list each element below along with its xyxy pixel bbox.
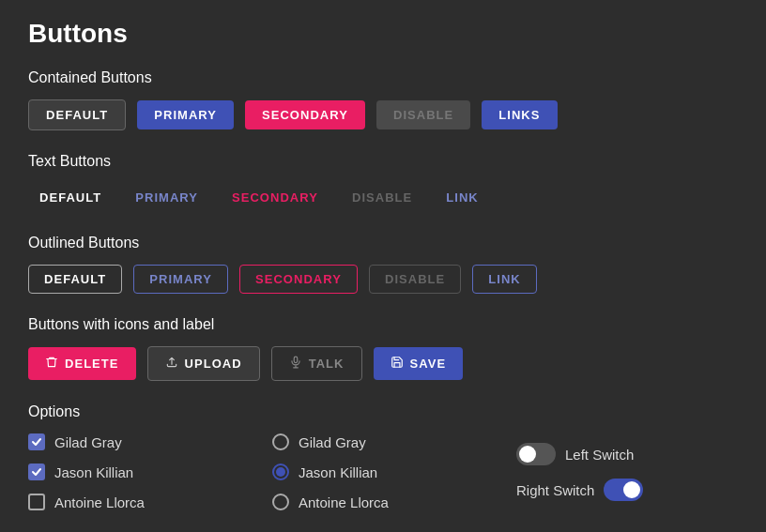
outlined-buttons-title: Outlined Buttons: [28, 235, 738, 251]
text-buttons-title: Text Buttons: [28, 153, 738, 170]
radio-2[interactable]: [272, 494, 289, 510]
outlined-primary-button[interactable]: PRIMARY: [133, 265, 228, 294]
radio-0[interactable]: [272, 433, 289, 450]
text-primary-button[interactable]: PRIMARY: [124, 183, 209, 212]
icon-buttons-title: Buttons with icons and label: [28, 316, 738, 333]
text-link-button[interactable]: LINK: [435, 183, 490, 212]
left-switch-thumb: [519, 446, 536, 463]
checkbox-2[interactable]: [28, 494, 45, 510]
outlined-buttons-row: DEFAULT PRIMARY SECONDARY DISABLE LINK: [28, 265, 738, 294]
checkboxes-column: Gilad Gray Jason Killian Antoine Llorca: [28, 433, 272, 510]
outlined-disable-button: DISABLE: [369, 265, 461, 294]
checkbox-label-0: Gilad Gray: [54, 434, 122, 450]
right-switch-thumb: [623, 481, 640, 498]
contained-primary-button[interactable]: PRIMARY: [137, 100, 234, 129]
right-switch[interactable]: [604, 479, 643, 501]
left-switch-label: Left Switch: [565, 447, 634, 463]
contained-buttons-row: DEFAULT PRIMARY SECONDARY DISABLE LINKs: [28, 99, 738, 130]
options-title: Options: [28, 403, 738, 420]
mic-icon: [289, 356, 302, 372]
checkbox-item-0: Gilad Gray: [28, 433, 272, 450]
text-default-button[interactable]: DEFAULT: [28, 183, 113, 212]
text-disable-button: DISABLE: [341, 183, 423, 212]
delete-button[interactable]: DELETE: [28, 347, 136, 380]
switch-item-0: Left Switch: [516, 443, 738, 465]
left-switch[interactable]: [516, 443, 556, 465]
radio-label-1: Jason Killian: [299, 464, 377, 480]
outlined-default-button[interactable]: DEFAULT: [28, 265, 122, 294]
contained-secondary-button[interactable]: SECONDARY: [245, 100, 365, 129]
contained-buttons-title: Contained Buttons: [28, 69, 738, 86]
talk-button[interactable]: TALK: [271, 346, 362, 381]
icon-buttons-section: Buttons with icons and label DELETE UPLO…: [28, 316, 738, 381]
checkbox-item-1: Jason Killian: [28, 464, 272, 480]
checkbox-label-1: Jason Killian: [54, 464, 133, 480]
page-title: Buttons: [28, 19, 738, 49]
checkbox-item-2: Antoine Llorca: [28, 494, 272, 510]
radio-label-0: Gilad Gray: [299, 434, 366, 450]
svg-rect-0: [294, 357, 298, 362]
options-section: Options Gilad Gray Jason Killi: [28, 403, 738, 510]
upload-icon: [165, 356, 178, 372]
contained-disable-button: DISABLE: [376, 100, 470, 129]
text-buttons-section: Text Buttons DEFAULT PRIMARY SECONDARY D…: [28, 153, 738, 212]
outlined-link-button[interactable]: LINK: [472, 265, 537, 294]
options-grid: Gilad Gray Jason Killian Antoine Llorca: [28, 433, 738, 510]
checkbox-label-2: Antoine Llorca: [54, 494, 145, 510]
contained-buttons-section: Contained Buttons DEFAULT PRIMARY SECOND…: [28, 69, 738, 130]
save-icon: [391, 356, 404, 372]
radio-item-0: Gilad Gray: [272, 433, 516, 450]
radio-1[interactable]: [272, 464, 289, 480]
radio-label-2: Antoine Llorca: [299, 494, 389, 510]
right-switch-label: Right Switch: [516, 482, 594, 498]
outlined-secondary-button[interactable]: SECONDARY: [239, 265, 358, 294]
text-buttons-row: DEFAULT PRIMARY SECONDARY DISABLE LINK: [28, 183, 738, 212]
icon-buttons-row: DELETE UPLOAD TALK: [28, 346, 738, 381]
radio-item-1: Jason Killian: [272, 464, 516, 480]
radio-item-2: Antoine Llorca: [272, 494, 516, 510]
outlined-buttons-section: Outlined Buttons DEFAULT PRIMARY SECONDA…: [28, 235, 738, 294]
checkbox-0[interactable]: [28, 433, 45, 450]
trash-icon: [45, 356, 58, 372]
switch-item-1: Right Switch: [516, 479, 738, 501]
checkbox-1[interactable]: [28, 464, 45, 480]
save-button[interactable]: SAVE: [374, 347, 464, 380]
contained-link-button[interactable]: LINKs: [482, 100, 557, 129]
radio-dot-1: [276, 467, 285, 477]
checkmark-icon-1: [31, 466, 42, 478]
contained-default-button[interactable]: DEFAULT: [28, 99, 126, 130]
text-secondary-button[interactable]: SECONDARY: [221, 183, 329, 212]
upload-button[interactable]: UPLOAD: [147, 346, 260, 381]
radios-column: Gilad Gray Jason Killian Antoine Llorca: [272, 433, 516, 510]
switches-column: Left Switch Right Switch: [516, 443, 738, 501]
checkmark-icon-0: [31, 436, 42, 448]
